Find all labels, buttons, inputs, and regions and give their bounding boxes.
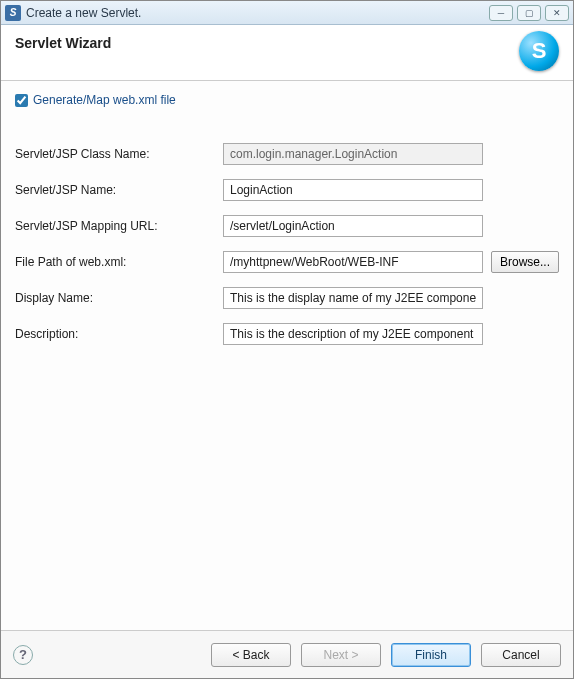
file-path-input[interactable] <box>223 251 483 273</box>
mapping-url-label: Servlet/JSP Mapping URL: <box>15 219 215 233</box>
generate-map-label[interactable]: Generate/Map web.xml file <box>33 93 176 107</box>
help-icon[interactable]: ? <box>13 645 33 665</box>
dialog-window: S Create a new Servlet. ─ ▢ ✕ Servlet Wi… <box>0 0 574 679</box>
generate-map-row: Generate/Map web.xml file <box>15 93 559 107</box>
window-controls: ─ ▢ ✕ <box>489 5 569 21</box>
description-input[interactable] <box>223 323 483 345</box>
class-name-label: Servlet/JSP Class Name: <box>15 147 215 161</box>
browse-button[interactable]: Browse... <box>491 251 559 273</box>
mapping-url-input[interactable] <box>223 215 483 237</box>
back-button[interactable]: < Back <box>211 643 291 667</box>
wizard-title: Servlet Wizard <box>15 35 559 51</box>
wizard-body: Generate/Map web.xml file Servlet/JSP Cl… <box>1 81 573 630</box>
brand-logo-icon: S <box>519 31 559 71</box>
display-name-input[interactable] <box>223 287 483 309</box>
cancel-button[interactable]: Cancel <box>481 643 561 667</box>
wizard-footer: ? < Back Next > Finish Cancel <box>1 630 573 678</box>
close-button[interactable]: ✕ <box>545 5 569 21</box>
form-grid: Servlet/JSP Class Name: Servlet/JSP Name… <box>15 143 559 345</box>
maximize-button[interactable]: ▢ <box>517 5 541 21</box>
next-button: Next > <box>301 643 381 667</box>
servlet-name-label: Servlet/JSP Name: <box>15 183 215 197</box>
servlet-name-input[interactable] <box>223 179 483 201</box>
titlebar: S Create a new Servlet. ─ ▢ ✕ <box>1 1 573 25</box>
finish-button[interactable]: Finish <box>391 643 471 667</box>
file-path-label: File Path of web.xml: <box>15 255 215 269</box>
class-name-input <box>223 143 483 165</box>
window-title: Create a new Servlet. <box>26 6 489 20</box>
minimize-button[interactable]: ─ <box>489 5 513 21</box>
display-name-label: Display Name: <box>15 291 215 305</box>
wizard-header: Servlet Wizard S <box>1 25 573 81</box>
description-label: Description: <box>15 327 215 341</box>
app-icon: S <box>5 5 21 21</box>
generate-map-checkbox[interactable] <box>15 94 28 107</box>
